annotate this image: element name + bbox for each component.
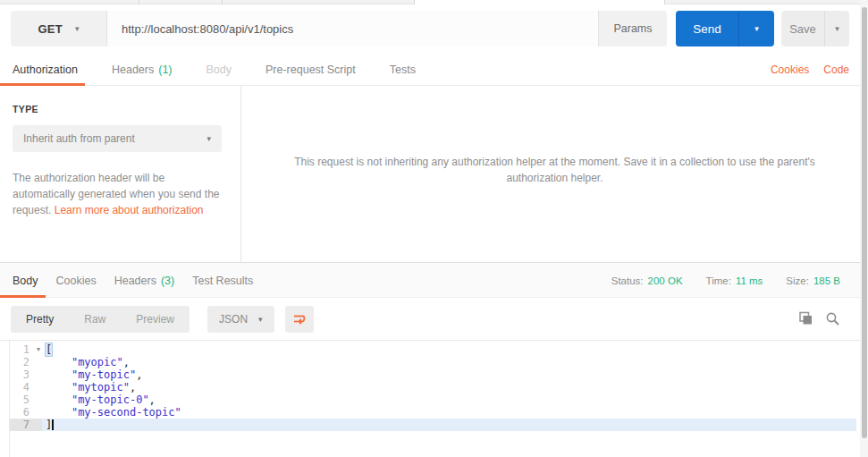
view-mode-preview[interactable]: Preview: [121, 306, 190, 333]
code-text: "my-topic",: [42, 368, 856, 381]
method-label: GET: [38, 22, 63, 36]
request-tabs: AuthorizationHeaders(1)BodyPre-request S…: [0, 54, 868, 86]
search-button[interactable]: [824, 311, 840, 327]
url-input[interactable]: [107, 22, 598, 36]
line-number: 3: [10, 368, 42, 381]
url-box: [107, 11, 598, 47]
toolbar-icons: [797, 311, 840, 327]
code-line[interactable]: 6 "my-second-topic": [10, 406, 856, 419]
auth-helper-message: This request is not inheriting any autho…: [291, 154, 819, 262]
vertical-scrollbar-thumb[interactable]: [862, 7, 867, 438]
learn-more-link[interactable]: Learn more about authorization: [55, 204, 204, 216]
vertical-scrollbar-track: [860, 0, 868, 457]
auth-type-value: Inherit auth from parent: [23, 132, 135, 145]
meta-size: Size:185 B: [786, 275, 840, 286]
tab-body[interactable]: Body: [0, 263, 38, 298]
response-header: BodyCookiesHeaders(3)Test ResultsStatus:…: [0, 262, 868, 298]
code-line[interactable]: 3 "my-topic",: [10, 368, 856, 381]
json-punct-token: ,: [149, 394, 156, 406]
tab-pre-request-script[interactable]: Pre-request Script: [265, 54, 356, 86]
meta-value: 200 OK: [648, 275, 683, 286]
response-body-editor[interactable]: 1▾[2 "myopic",3 "my-topic",4 "mytopic",5…: [9, 341, 856, 457]
request-bar: GET ▾ Params Send ▾ Save ▾: [11, 11, 849, 47]
json-string-token: "myopic": [72, 356, 123, 368]
beautify-button[interactable]: [285, 306, 314, 333]
tab-label: Headers: [114, 275, 156, 287]
save-options-button[interactable]: ▾: [824, 11, 849, 47]
send-label: Send: [693, 22, 721, 36]
search-icon: [825, 311, 840, 326]
code-line[interactable]: 4 "mytopic",: [10, 381, 856, 394]
line-number: 4: [10, 381, 42, 394]
tab-test-results[interactable]: Test Results: [192, 263, 253, 298]
window-tab-strip: [0, 0, 868, 4]
json-string-token: "my-topic-0": [72, 394, 149, 406]
line-number: 5: [10, 394, 42, 406]
code-text: ]: [42, 419, 856, 431]
tab-body[interactable]: Body: [206, 54, 232, 86]
tab-headers[interactable]: Headers(1): [112, 54, 173, 86]
send-split-button: Send ▾: [676, 11, 774, 47]
code-text: "myopic",: [42, 356, 856, 368]
tab-headers[interactable]: Headers(3): [114, 263, 175, 298]
tab-count-badge: (1): [158, 63, 172, 76]
format-value: JSON: [219, 313, 248, 326]
tab-divider: [139, 0, 139, 4]
code-line[interactable]: 7]: [10, 419, 856, 431]
tab-authorization[interactable]: Authorization: [0, 54, 78, 86]
code-lines: 1▾[2 "myopic",3 "my-topic",4 "mytopic",5…: [10, 343, 856, 431]
meta-status: Status:200 OK: [611, 275, 683, 286]
corner-links: Cookies Code: [771, 54, 849, 86]
tab-cookies[interactable]: Cookies: [56, 263, 97, 298]
line-number: 2: [10, 356, 42, 368]
code-line[interactable]: 1▾[: [10, 343, 856, 356]
save-button[interactable]: Save: [781, 11, 824, 47]
response-toolbar: PrettyRawPreview JSON ▾: [0, 298, 868, 341]
active-tab-sliver: [414, 0, 664, 4]
copy-button[interactable]: [797, 311, 813, 327]
json-punct-token: [46, 381, 72, 394]
tab-label: Authorization: [13, 63, 78, 76]
format-dropdown[interactable]: JSON ▾: [207, 306, 274, 333]
code-line[interactable]: 5 "my-topic-0",: [10, 394, 856, 406]
code-text: "my-second-topic": [42, 406, 856, 419]
meta-label: Status:: [611, 275, 644, 286]
response-meta: Status:200 OKTime:11 msSize:185 B: [611, 263, 840, 298]
chevron-down-icon: ▾: [754, 24, 759, 33]
view-mode-group: PrettyRawPreview: [11, 306, 190, 333]
code-line[interactable]: 2 "myopic",: [10, 356, 856, 368]
view-mode-raw[interactable]: Raw: [69, 306, 121, 333]
params-button[interactable]: Params: [598, 11, 667, 47]
fold-arrow-icon[interactable]: ▾: [37, 343, 40, 356]
view-mode-pretty[interactable]: Pretty: [11, 306, 69, 333]
line-number: 6: [10, 406, 42, 419]
json-string-token: "mytopic": [72, 381, 130, 394]
code-text: "my-topic-0",: [42, 394, 856, 406]
text-cursor: [52, 419, 54, 430]
code-link[interactable]: Code: [823, 63, 849, 76]
cookies-link[interactable]: Cookies: [771, 63, 809, 76]
send-options-button[interactable]: ▾: [738, 11, 774, 47]
json-punct-token: ,: [123, 356, 130, 368]
meta-value: 11 ms: [736, 275, 763, 286]
tab-label: Pre-request Script: [265, 63, 356, 76]
method-dropdown[interactable]: GET ▾: [11, 11, 107, 47]
auth-helper-pane: This request is not inheriting any autho…: [241, 86, 868, 262]
json-punct-token: ,: [136, 368, 142, 381]
auth-description: The authorization header will be automat…: [13, 170, 223, 218]
line-number: 7: [10, 419, 42, 431]
send-button[interactable]: Send: [676, 11, 738, 47]
save-label: Save: [789, 22, 816, 36]
chevron-down-icon: ▾: [206, 134, 211, 143]
tab-label: Headers: [112, 63, 154, 76]
tab-label: Cookies: [56, 275, 97, 287]
code-text: "mytopic",: [42, 381, 856, 394]
auth-type-dropdown[interactable]: Inherit auth from parent ▾: [13, 125, 222, 152]
meta-value: 185 B: [813, 275, 840, 286]
tab-divider: [414, 0, 415, 4]
line-number: 1▾: [10, 343, 42, 356]
tab-tests[interactable]: Tests: [390, 54, 416, 86]
json-punct-token: ]: [46, 419, 52, 431]
json-punct-token: [: [46, 343, 52, 356]
tab-label: Body: [13, 275, 38, 287]
